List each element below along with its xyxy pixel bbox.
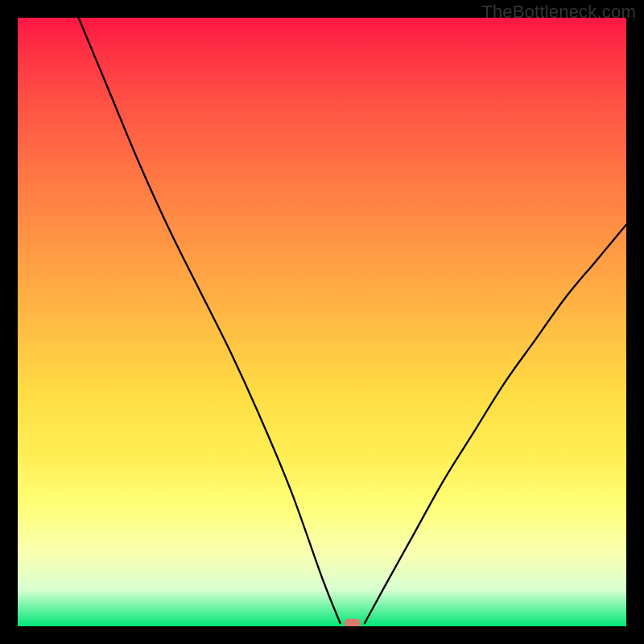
minimum-marker [345, 619, 361, 626]
chart-frame: TheBottleneck.com [0, 0, 644, 644]
watermark-text: TheBottleneck.com [481, 2, 636, 23]
chart-svg [18, 18, 626, 626]
curve-left-branch [79, 18, 341, 623]
curve-right-branch [365, 225, 626, 623]
plot-area [18, 18, 626, 626]
